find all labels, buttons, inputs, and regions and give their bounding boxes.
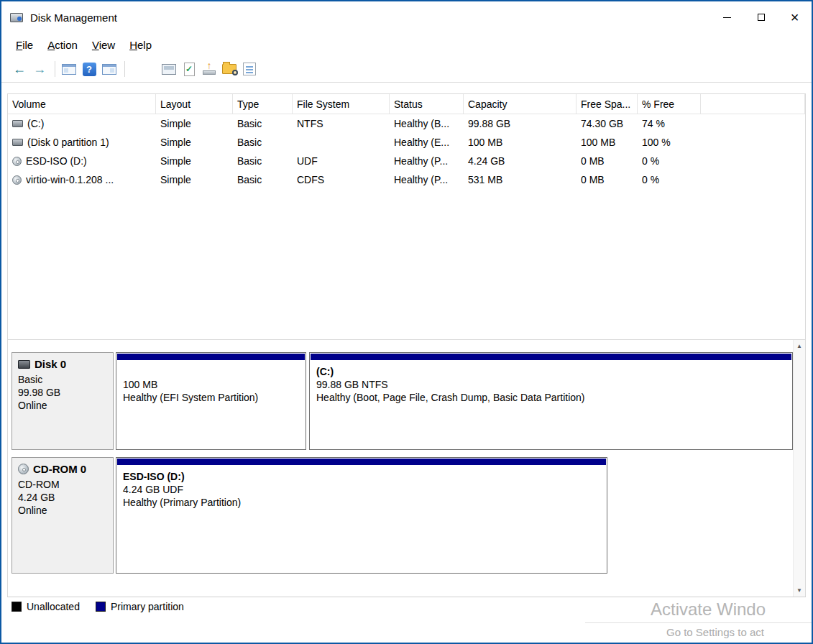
disk-0-header[interactable]: Disk 0 Basic 99.98 GB Online: [12, 352, 114, 450]
disk-status: Online: [18, 399, 107, 412]
console-window-icon: [162, 64, 176, 75]
upload-drive-button[interactable]: ↑: [200, 60, 219, 78]
menu-view[interactable]: View: [85, 35, 122, 55]
cell-pct-free: 100 %: [638, 133, 701, 152]
volume-name: (Disk 0 partition 1): [27, 137, 109, 148]
table-row[interactable]: (C:) Simple Basic NTFS Healthy (B... 99.…: [8, 114, 805, 133]
disk-type: CD-ROM: [18, 478, 107, 491]
menu-file[interactable]: File: [9, 35, 40, 55]
cd-icon: [12, 175, 22, 185]
maximize-icon: [758, 14, 765, 21]
partition-efi-system[interactable]: 100 MB Healthy (EFI System Partition): [116, 352, 306, 450]
cell-status: Healthy (P...: [390, 170, 464, 189]
check-document-icon: ✓: [184, 63, 195, 76]
task-list-button[interactable]: [240, 60, 259, 78]
show-console-tree-button[interactable]: [60, 60, 78, 78]
column-header-capacity[interactable]: Capacity: [464, 94, 577, 114]
console-window-button[interactable]: [160, 60, 178, 78]
partition-title: [123, 365, 299, 378]
disk-0-row: Disk 0 Basic 99.98 GB Online 100 MB Heal…: [12, 352, 792, 450]
column-header-layout[interactable]: Layout: [156, 94, 233, 114]
disk-management-window: Disk Management × File Action View Help …: [0, 0, 813, 644]
minimize-icon: [723, 17, 731, 18]
window-title: Disk Management: [30, 12, 117, 24]
bottom-divider: [585, 622, 812, 623]
cell-file-system: UDF: [293, 152, 390, 170]
scroll-down-button[interactable]: ▼: [794, 584, 805, 597]
task-list-icon: [243, 63, 256, 75]
table-row[interactable]: ESD-ISO (D:) Simple Basic UDF Healthy (P…: [8, 152, 805, 170]
partition-status: Healthy (Boot, Page File, Crash Dump, Ba…: [316, 391, 786, 404]
table-row[interactable]: (Disk 0 partition 1) Simple Basic Health…: [8, 133, 805, 152]
scroll-up-button[interactable]: ▲: [794, 340, 805, 352]
column-header-status[interactable]: Status: [390, 94, 464, 114]
toolbar: ← → ? ✓ ↑: [1, 56, 812, 83]
magnifier-icon: [232, 70, 238, 75]
client-area: Volume Layout Type File System Status Ca…: [7, 93, 806, 597]
volume-list-header: Volume Layout Type File System Status Ca…: [8, 94, 805, 114]
column-header-pct-free[interactable]: % Free: [638, 94, 701, 114]
partition-color-bar: [311, 354, 791, 360]
cdrom-0-header[interactable]: CD-ROM 0 CD-ROM 4.24 GB Online: [12, 457, 114, 574]
cell-capacity: 99.88 GB: [464, 114, 577, 133]
cell-capacity: 100 MB: [464, 133, 577, 152]
minimize-button[interactable]: [710, 1, 744, 33]
help-icon: ?: [83, 63, 96, 76]
partition-title: (C:): [316, 365, 786, 378]
cell-free-space: 0 MB: [577, 170, 638, 189]
toolbar-separator: [124, 61, 125, 77]
show-action-pane-button[interactable]: [100, 60, 119, 78]
menu-bar: File Action View Help: [1, 33, 812, 56]
volume-list: Volume Layout Type File System Status Ca…: [8, 94, 805, 339]
partition-esd-iso[interactable]: ESD-ISO (D:) 4.24 GB UDF Healthy (Primar…: [116, 457, 607, 574]
cell-layout: Simple: [156, 114, 233, 133]
disk-size: 4.24 GB: [18, 491, 107, 504]
partition-color-bar: [117, 459, 606, 465]
title-bar[interactable]: Disk Management ×: [1, 1, 812, 33]
disk-icon: [18, 360, 30, 369]
legend-label: Unallocated: [27, 601, 80, 612]
table-row[interactable]: virtio-win-0.1.208 ... Simple Basic CDFS…: [8, 170, 805, 189]
disk-type: Basic: [18, 373, 107, 386]
forward-button[interactable]: →: [30, 60, 49, 78]
partition-c-drive[interactable]: (C:) 99.88 GB NTFS Healthy (Boot, Page F…: [309, 352, 793, 450]
scroll-up-icon: ▲: [796, 343, 802, 349]
disk-0-partitions: 100 MB Healthy (EFI System Partition) (C…: [116, 352, 792, 450]
partition-size: 4.24 GB UDF: [123, 483, 600, 496]
graphical-view: Disk 0 Basic 99.98 GB Online 100 MB Heal…: [8, 339, 805, 597]
help-button[interactable]: ?: [80, 60, 98, 78]
partition-color-bar: [117, 354, 305, 360]
cell-layout: Simple: [156, 152, 233, 170]
cell-free-space: 100 MB: [577, 133, 638, 152]
column-header-volume[interactable]: Volume: [8, 94, 156, 114]
check-document-button[interactable]: ✓: [180, 60, 198, 78]
cell-type: Basic: [233, 152, 293, 170]
cell-file-system: [293, 133, 390, 152]
cell-pct-free: 74 %: [638, 114, 701, 133]
back-button[interactable]: ←: [10, 60, 29, 78]
partition-size: 100 MB: [123, 378, 299, 391]
cdrom-0-partitions: ESD-ISO (D:) 4.24 GB UDF Healthy (Primar…: [116, 457, 792, 574]
disk-size: 99.98 GB: [18, 386, 107, 399]
cell-type: Basic: [233, 133, 293, 152]
legend-primary-partition: Primary partition: [96, 601, 184, 612]
cell-pct-free: 0 %: [638, 152, 701, 170]
cell-layout: Simple: [156, 133, 233, 152]
close-button[interactable]: ×: [778, 1, 812, 33]
column-header-free-space[interactable]: Free Spa...: [577, 94, 638, 114]
drive-icon: [12, 139, 23, 146]
column-header-type[interactable]: Type: [233, 94, 293, 114]
cd-icon: [12, 157, 22, 166]
legend-label: Primary partition: [111, 601, 184, 612]
column-header-blank[interactable]: [701, 94, 805, 114]
search-folder-button[interactable]: [220, 60, 239, 78]
menu-action[interactable]: Action: [40, 35, 85, 55]
partition-title: ESD-ISO (D:): [123, 470, 600, 483]
cell-status: Healthy (B...: [390, 114, 464, 133]
menu-help[interactable]: Help: [122, 35, 159, 55]
maximize-button[interactable]: [744, 1, 778, 33]
vertical-scrollbar[interactable]: ▲ ▼: [793, 340, 805, 597]
cell-file-system: NTFS: [293, 114, 390, 133]
column-header-file-system[interactable]: File System: [293, 94, 390, 114]
upload-drive-icon: ↑: [202, 62, 216, 76]
